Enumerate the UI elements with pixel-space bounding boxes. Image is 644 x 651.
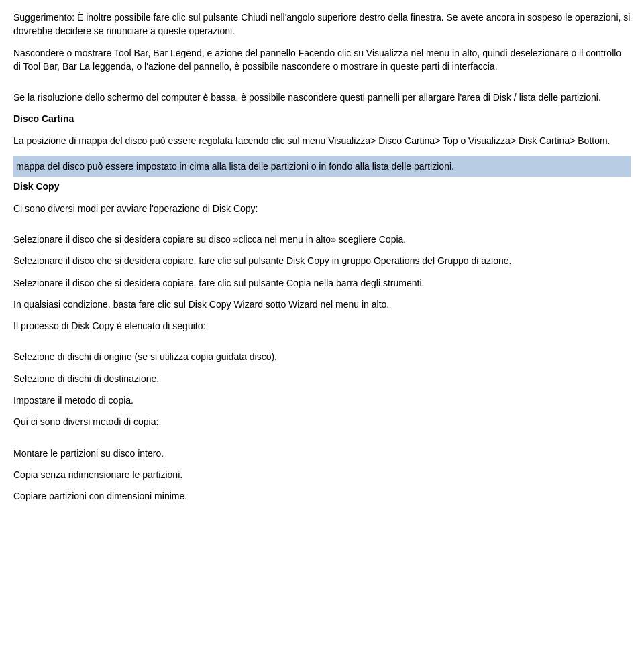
paragraph-7-text: Selezionare il disco che si desidera cop… [13,255,511,266]
blank-line-3 [13,341,631,350]
paragraph-2: Nascondere o mostrare Tool Bar, Bar Lege… [13,46,631,74]
blank-line-2 [13,223,631,233]
paragraph-8: Selezionare il disco che si desidera cop… [13,276,631,290]
paragraph-11: Selezione di dischi di origine (se si ut… [13,350,631,363]
paragraph-10: Il processo di Disk Copy è elencato di s… [13,319,631,333]
paragraph-16: Copia senza ridimensionare le partizioni… [13,468,631,481]
paragraph-9-text: In qualsiasi condizione, basta fare clic… [13,299,389,310]
paragraph-14: Qui ci sono diversi metodi di copia: [13,415,631,428]
paragraph-8-text: Selezionare il disco che si desidera cop… [13,278,424,288]
highlighted-paragraph: mappa del disco può essere impostato in … [13,156,631,177]
paragraph-4: La posizione di mappa del disco può esse… [13,134,631,147]
paragraph-disco-cartina-heading: Disco Cartina [13,112,631,125]
highlighted-text: mappa del disco può essere impostato in … [16,161,454,172]
disk-copy-heading: Disk Copy [13,181,59,192]
paragraph-16-text: Copia senza ridimensionare le partizioni… [13,469,182,480]
paragraph-17: Copiare partizioni con dimensioni minime… [13,489,631,503]
paragraph-disk-copy-heading: Disk Copy [13,180,631,193]
blank-line-1 [13,81,631,91]
paragraph-15: Montare le partizioni su disco intero. [13,447,631,460]
paragraph-13: Impostare il metodo di copia. [13,394,631,407]
paragraph-6: Selezionare il disco che si desidera cop… [13,233,631,246]
paragraph-4-text: La posizione di mappa del disco può esse… [13,135,610,146]
paragraph-13-text: Impostare il metodo di copia. [13,395,133,406]
paragraph-6-text: Selezionare il disco che si desidera cop… [13,234,406,245]
disco-cartina-heading: Disco Cartina [13,113,74,124]
paragraph-5-text: Ci sono diversi modi per avviare l'opera… [13,203,258,214]
paragraph-7: Selezionare il disco che si desidera cop… [13,254,631,268]
paragraph-3: Se la risoluzione dello schermo del comp… [13,91,631,104]
paragraph-5: Ci sono diversi modi per avviare l'opera… [13,202,631,215]
paragraph-10-text: Il processo di Disk Copy è elencato di s… [13,320,205,331]
paragraph-12-text: Selezione di dischi di destinazione. [13,373,159,384]
paragraph-17-text: Copiare partizioni con dimensioni minime… [13,491,187,501]
paragraph-15-text: Montare le partizioni su disco intero. [13,448,164,459]
paragraph-1: Suggerimento: È inoltre possibile fare c… [13,11,631,38]
paragraph-2-text: Nascondere o mostrare Tool Bar, Bar Lege… [13,48,621,72]
blank-line-4 [13,437,631,447]
paragraph-9: In qualsiasi condizione, basta fare clic… [13,298,631,311]
main-content: Suggerimento: È inoltre possibile fare c… [13,11,631,504]
paragraph-14-text: Qui ci sono diversi metodi di copia: [13,416,158,427]
paragraph-3-text: Se la risoluzione dello schermo del comp… [13,92,601,103]
paragraph-11-text: Selezione di dischi di origine (se si ut… [13,351,277,362]
paragraph-1-text: Suggerimento: È inoltre possibile fare c… [13,12,630,36]
paragraph-12: Selezione di dischi di destinazione. [13,372,631,386]
